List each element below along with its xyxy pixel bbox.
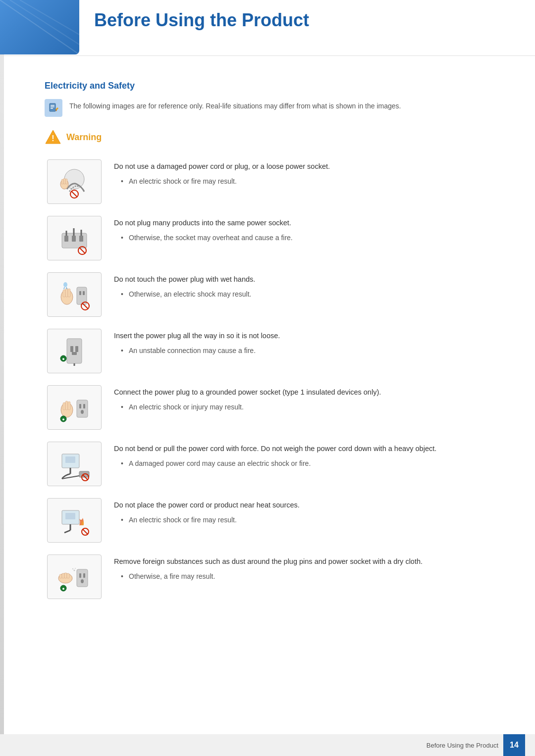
warning-sub-2: Otherwise, the socket may overheat and c… — [114, 233, 495, 243]
warning-sub-item-3-1: Otherwise, an electric shock may result. — [121, 289, 495, 300]
svg-rect-47 — [63, 403, 65, 410]
warning-text-area-8: Remove foreign substances such as dust a… — [114, 554, 495, 582]
warning-text-area-7: Do not place the power cord or product n… — [114, 498, 495, 525]
warning-sub-3: Otherwise, an electric shock may result. — [114, 289, 495, 300]
warning-sub-item-4-1: An unstable connection may cause a fire. — [121, 346, 495, 356]
warning-text-area-2: Do not plug many products into the same … — [114, 216, 495, 243]
svg-text:!: ! — [52, 134, 54, 143]
svg-rect-39 — [67, 339, 82, 363]
img-insert-plug: ● — [47, 329, 102, 373]
svg-rect-19 — [64, 236, 68, 242]
footer-page-number: 14 — [503, 734, 525, 756]
svg-rect-73 — [59, 574, 62, 578]
warning-label: Warning — [66, 132, 102, 143]
svg-rect-48 — [65, 401, 68, 410]
svg-text:●: ● — [62, 417, 64, 422]
header-blue-bar — [0, 0, 79, 54]
svg-rect-4 — [51, 105, 54, 106]
section-heading: Electricity and Safety — [45, 81, 495, 91]
warning-image-2 — [45, 216, 104, 260]
warning-item-6: Do not bend or pull the power cord with … — [45, 442, 495, 486]
svg-rect-41 — [75, 346, 78, 352]
warning-item-5: ● Connect the power plug to a grounded p… — [45, 385, 495, 430]
svg-text:●: ● — [62, 356, 64, 361]
warning-image-1 — [45, 159, 104, 204]
svg-rect-17 — [65, 179, 67, 184]
svg-rect-15 — [61, 179, 63, 184]
warning-sub-item-6-1: A damaged power cord may cause an electr… — [121, 458, 495, 469]
warning-items-list: Do not use a damaged power cord or plug,… — [45, 159, 495, 599]
svg-rect-5 — [51, 106, 54, 107]
svg-rect-30 — [68, 289, 70, 297]
svg-rect-3 — [50, 103, 55, 111]
svg-point-53 — [81, 410, 84, 414]
warning-item-3: Do not touch the power plug with wet han… — [45, 272, 495, 317]
svg-rect-36 — [83, 291, 85, 295]
svg-rect-40 — [70, 346, 73, 352]
svg-rect-50 — [77, 400, 88, 417]
warning-sub-8: Otherwise, a fire may result. — [114, 571, 495, 582]
img-clean-dust: ● — [47, 554, 102, 599]
warning-item-4: ● Insert the power plug all the way in s… — [45, 329, 495, 373]
svg-line-13 — [71, 191, 77, 197]
svg-rect-75 — [64, 573, 67, 578]
svg-rect-74 — [62, 573, 64, 578]
svg-line-2 — [20, 0, 79, 35]
warning-main-7: Do not place the power cord or product n… — [114, 500, 495, 511]
img-wet-hands — [47, 272, 102, 317]
svg-line-33 — [66, 287, 67, 289]
warning-main-3: Do not touch the power plug with wet han… — [114, 274, 495, 285]
svg-rect-42 — [72, 352, 77, 355]
svg-rect-69 — [79, 573, 81, 578]
svg-rect-6 — [51, 108, 53, 109]
warning-triangle-icon: ! — [45, 129, 61, 146]
warning-image-8: ● — [45, 554, 104, 599]
svg-line-67 — [83, 529, 88, 534]
warning-main-8: Remove foreign substances such as dust a… — [114, 556, 495, 567]
note-box: The following images are for reference o… — [45, 99, 495, 117]
svg-rect-64 — [65, 513, 75, 519]
warning-header: ! Warning — [45, 129, 495, 146]
warning-image-7 — [45, 498, 104, 543]
warning-text-area-6: Do not bend or pull the power cord with … — [114, 442, 495, 469]
warning-sub-7: An electric shock or fire may result. — [114, 515, 495, 525]
page-footer: Before Using the Product 14 — [0, 734, 535, 756]
svg-line-26 — [79, 248, 85, 253]
warning-main-2: Do not plug many products into the same … — [114, 218, 495, 229]
img-damaged-cord — [47, 159, 102, 204]
svg-rect-35 — [79, 291, 81, 295]
svg-rect-52 — [83, 404, 85, 408]
warning-sub-item-8-1: Otherwise, a fire may result. — [121, 571, 495, 582]
footer-text: Before Using the Product — [427, 742, 498, 749]
svg-point-71 — [81, 579, 84, 583]
img-grounded-socket: ● — [47, 385, 102, 430]
warning-main-6: Do not bend or pull the power cord with … — [114, 444, 495, 454]
page-container: Before Using the Product Electricity and… — [0, 0, 535, 756]
main-content: Electricity and Safety The following ima… — [0, 61, 535, 651]
warning-sub-item-2-1: Otherwise, the socket may overheat and c… — [121, 233, 495, 243]
header-diagonal-svg — [0, 0, 79, 54]
warning-item-7: Do not place the power cord or product n… — [45, 498, 495, 543]
warning-image-6 — [45, 442, 104, 486]
warning-text-area-4: Insert the power plug all the way in so … — [114, 329, 495, 356]
svg-point-79 — [72, 568, 73, 569]
img-multiple-plugs — [47, 216, 102, 260]
page-title: Before Using the Product — [0, 0, 535, 41]
page-header: Before Using the Product — [0, 0, 535, 56]
warning-item-2: Do not plug many products into the same … — [45, 216, 495, 260]
warning-sub-5: An electric shock or injury may result. — [114, 402, 495, 412]
img-near-heat — [47, 498, 102, 543]
img-bent-cord — [47, 442, 102, 486]
svg-point-78 — [75, 568, 76, 569]
svg-line-1 — [10, 0, 79, 45]
warning-text-area-3: Do not touch the power plug with wet han… — [114, 272, 495, 300]
svg-rect-16 — [63, 178, 65, 184]
svg-line-32 — [64, 287, 64, 289]
warning-main-5: Connect the power plug to a grounded pow… — [114, 387, 495, 398]
svg-rect-51 — [79, 404, 81, 408]
svg-rect-70 — [83, 573, 85, 578]
warning-sub-4: An unstable connection may cause a fire. — [114, 346, 495, 356]
svg-rect-28 — [63, 290, 65, 297]
svg-rect-49 — [68, 402, 70, 410]
svg-rect-57 — [65, 456, 75, 463]
